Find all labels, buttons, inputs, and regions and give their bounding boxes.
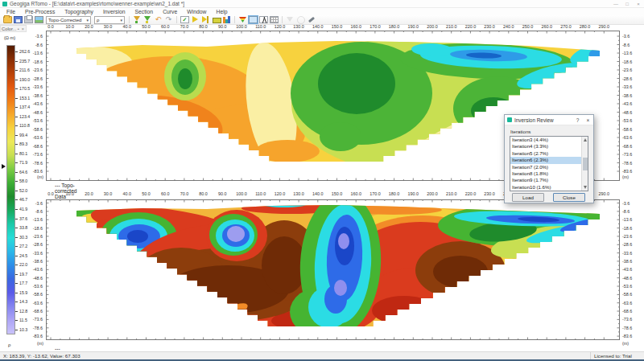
scroll-thumb[interactable] bbox=[583, 158, 588, 170]
minimize-button[interactable]: — bbox=[610, 0, 621, 8]
color-panel-close-icon[interactable]: × bbox=[21, 27, 25, 31]
depth-tick-label: -73.6 bbox=[622, 317, 632, 322]
colorbar-value-label: 170.5 bbox=[19, 86, 30, 91]
pin-icon[interactable]: ▪ bbox=[17, 27, 20, 31]
colorbar-tick bbox=[15, 191, 18, 191]
redo-icon[interactable]: ↷ bbox=[164, 16, 173, 23]
list-scrollbar[interactable] bbox=[581, 137, 588, 191]
scroll-up-icon[interactable] bbox=[584, 138, 587, 142]
tools-icon[interactable] bbox=[307, 16, 316, 23]
menu-pre-process[interactable]: Pre-Process bbox=[20, 8, 60, 15]
x-tick-label: 180.0 bbox=[385, 24, 404, 29]
step-icon[interactable] bbox=[201, 16, 210, 23]
parameter-value: ρ bbox=[97, 18, 99, 23]
x-tick-label: 130.0 bbox=[289, 191, 308, 196]
menu-help[interactable]: Help bbox=[211, 8, 232, 15]
menu-inversion[interactable]: Inversion bbox=[98, 8, 130, 15]
colorbar-tick bbox=[15, 293, 18, 293]
colorbar-value-label: 10.3 bbox=[19, 327, 27, 332]
maximize-button[interactable]: □ bbox=[621, 0, 633, 8]
x-tick-label: 210.0 bbox=[442, 191, 461, 196]
depth-tick-label: -23.6 bbox=[622, 234, 632, 239]
dialog-title-bar[interactable]: Inversion Review ? × bbox=[505, 115, 593, 125]
depth-tick-label: -43.6 bbox=[26, 267, 43, 272]
colorbar-parameter-label: ρ bbox=[8, 343, 10, 347]
toolbar-separator bbox=[282, 16, 283, 23]
open-file-icon[interactable] bbox=[3, 16, 12, 23]
grid-view-icon[interactable] bbox=[270, 16, 279, 23]
plot-area[interactable] bbox=[46, 199, 620, 340]
menu-bar: FilePre-ProcessTopographyInversionSectio… bbox=[0, 8, 644, 15]
colorbar-value-label: 27.2 bbox=[19, 244, 27, 248]
x-tick-label: 150.0 bbox=[328, 191, 347, 196]
undo-icon[interactable]: ↶ bbox=[154, 16, 163, 23]
curve-view-icon[interactable] bbox=[259, 16, 268, 23]
color-panel-header[interactable]: Color... ▪ × bbox=[0, 25, 27, 32]
menu-file[interactable]: File bbox=[2, 8, 20, 15]
histogram-icon[interactable] bbox=[222, 16, 231, 23]
menu-topography[interactable]: Topography bbox=[60, 8, 98, 15]
load-button[interactable]: Load bbox=[512, 193, 544, 202]
status-bar: X: 183.39, Y: -13.62, Value: 67.303 Lice… bbox=[0, 351, 644, 359]
elevation-funnel-icon[interactable] bbox=[133, 16, 142, 23]
axis-unit-label: (m) bbox=[622, 341, 629, 346]
menu-window[interactable]: Window bbox=[182, 8, 211, 15]
colorbar-tick bbox=[15, 98, 18, 99]
x-tick-label: 220.0 bbox=[460, 191, 480, 196]
iteration-list-item[interactable]: Iteration10 (1.6%) bbox=[510, 184, 588, 191]
parameter-dropdown[interactable]: ρ▾ bbox=[94, 16, 125, 24]
iteration-list-item[interactable]: Iteration7 (2.0%) bbox=[510, 164, 588, 170]
x-tick-label: 270.0 bbox=[556, 24, 576, 29]
iteration-list-item[interactable]: Iteration5 (2.7%) bbox=[510, 150, 588, 157]
colorbar-tick bbox=[15, 219, 18, 219]
colorbar-value-label: 71.9 bbox=[19, 160, 27, 165]
depth-tick-label: -68.6 bbox=[26, 309, 43, 314]
colorbar[interactable] bbox=[6, 45, 15, 334]
menu-curve[interactable]: Curve bbox=[158, 8, 182, 15]
menu-section[interactable]: Section bbox=[130, 8, 158, 15]
colorbar-tick bbox=[15, 144, 18, 145]
topo-apply-icon[interactable] bbox=[143, 16, 152, 23]
dialog-close-action-button[interactable]: Close bbox=[553, 193, 585, 202]
x-tick-label: 120.0 bbox=[270, 24, 289, 29]
x-tick-label: 50.0 bbox=[137, 24, 156, 29]
close-button[interactable]: × bbox=[633, 0, 644, 8]
print-icon[interactable] bbox=[24, 16, 33, 23]
dialog-help-button[interactable]: ? bbox=[572, 117, 583, 123]
x-tick-label: 200.0 bbox=[423, 24, 442, 29]
depth-tick-label: -78.6 bbox=[26, 161, 43, 166]
section-view-icon[interactable] bbox=[249, 16, 258, 23]
dialog-close-button[interactable]: × bbox=[583, 117, 593, 123]
depth-tick-label: -58.6 bbox=[26, 292, 43, 297]
view-mode-dropdown[interactable]: Topo-Corrected▾ bbox=[46, 16, 91, 24]
iteration-list-item[interactable]: Iteration6 (2.3%) bbox=[510, 157, 588, 163]
stop-icon[interactable] bbox=[212, 16, 221, 23]
iteration-list-item[interactable]: Iteration4 (3.3%) bbox=[510, 143, 588, 150]
run-check-icon[interactable]: ✓ bbox=[180, 16, 189, 23]
depth-tick-label: -63.6 bbox=[26, 301, 43, 306]
depth-tick-label: -33.6 bbox=[622, 84, 632, 89]
depth-tick-label: -58.6 bbox=[622, 127, 632, 132]
colorbar-tick bbox=[15, 237, 18, 238]
iteration-list-item[interactable]: Iteration3 (4.4%) bbox=[510, 137, 588, 143]
scroll-down-icon[interactable] bbox=[584, 186, 587, 189]
axis-unit-label: (m) bbox=[622, 174, 629, 179]
title-bar: Geogiga RTomo - [E:\data\rt-examples\rto… bbox=[0, 0, 644, 8]
depth-tick-label: -28.6 bbox=[622, 76, 632, 81]
depth-tick-label: -48.6 bbox=[26, 276, 43, 281]
app-icon bbox=[2, 2, 7, 6]
iterations-listbox[interactable]: Iteration3 (4.4%)Iteration4 (3.3%)Iterat… bbox=[510, 136, 588, 191]
export-image-icon[interactable] bbox=[35, 16, 43, 23]
iteration-list-item[interactable]: Iteration9 (1.7%) bbox=[510, 177, 588, 183]
color-funnel-icon[interactable] bbox=[238, 16, 247, 23]
save-icon[interactable] bbox=[14, 16, 23, 23]
depth-tick-label: -73.6 bbox=[26, 317, 43, 322]
iteration-list-item[interactable]: Iteration8 (1.8%) bbox=[510, 170, 588, 177]
x-tick-label: 60.0 bbox=[155, 24, 175, 29]
x-tick-label: 260.0 bbox=[537, 24, 556, 29]
depth-tick-label: -23.6 bbox=[26, 234, 43, 239]
colorbar-value-label: 11.5 bbox=[19, 318, 27, 322]
colorbar-value-label: 190.0 bbox=[19, 77, 30, 82]
axis-unit-label: (m) bbox=[32, 341, 43, 346]
play-icon[interactable] bbox=[191, 16, 200, 23]
